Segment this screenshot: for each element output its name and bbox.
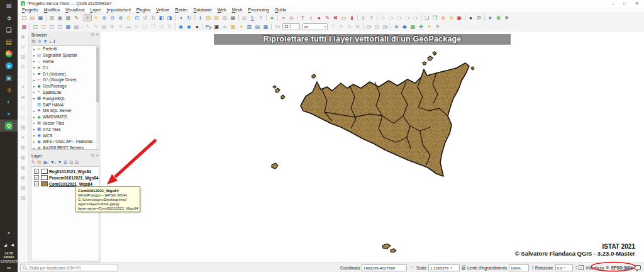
app-blue-button[interactable]: ● (0, 108, 18, 120)
maximize-button[interactable]: □ (623, 1, 626, 6)
text-format-icon[interactable]: T (433, 23, 441, 30)
point-annotation-icon[interactable]: ● (315, 14, 323, 21)
street-view-icon[interactable]: ● (193, 23, 201, 30)
panel-close-icon[interactable]: ✕ (96, 154, 99, 157)
zoom-out-icon[interactable]: ⊖ (108, 14, 116, 21)
menu-item[interactable]: Vettore (156, 8, 170, 12)
temporal-controller-icon[interactable]: ◑ (177, 14, 185, 21)
redo-icon[interactable]: ↻ (165, 23, 174, 30)
zoom-to-selection-icon[interactable]: ⊙ (125, 14, 133, 21)
manage-themes-icon[interactable]: ◉ (43, 160, 48, 165)
copy-features-icon[interactable]: ❏ (141, 23, 149, 30)
zoom-next-blue-icon[interactable]: ◉ (185, 23, 193, 30)
search-button[interactable]: ⌀ (0, 12, 18, 24)
edge-button[interactable]: ◐ (0, 96, 18, 108)
paste-features-icon[interactable]: ❐ (149, 23, 157, 30)
browser-item-xyz-tiles[interactable]: ▸ ▦ XYZ Tiles (31, 126, 99, 132)
undo-icon[interactable]: ↺ (157, 23, 165, 30)
add-selected-layers-icon[interactable]: ▤ (31, 39, 36, 44)
add-hana-layer-icon[interactable]: ▣ (20, 124, 26, 134)
search-orange-button[interactable]: ⌀ (0, 84, 18, 96)
menu-item[interactable]: Processing (248, 8, 269, 12)
layer-diagram-icon[interactable]: ◆ (401, 23, 409, 30)
new-map-view-icon[interactable]: ◧ (157, 14, 165, 21)
tray-expand-icon[interactable]: ∧ (0, 230, 18, 235)
add-feature-icon[interactable]: ✚ (108, 23, 116, 30)
cut-features-icon[interactable]: ✂ (133, 23, 141, 30)
crs-status-button[interactable]: EPSG:3004 (611, 266, 633, 270)
options-wrench-icon[interactable]: ⚙ (475, 14, 483, 21)
add-wcs-layer-icon[interactable]: ◉ (21, 154, 26, 164)
telegram-button[interactable]: ➤ (0, 60, 18, 72)
profile-tool-icon[interactable]: ≈ (279, 14, 287, 21)
task-view-button[interactable]: ❏ (0, 24, 18, 36)
collapse-all-icon[interactable]: ▴ (49, 39, 52, 44)
filter-expression-icon[interactable]: ▼ (58, 160, 62, 164)
paste-labels-icon[interactable]: ▩ (381, 23, 389, 30)
dark-globe-icon[interactable]: ● (467, 14, 475, 21)
move-label-icon[interactable]: ✛ (337, 23, 345, 30)
pin-annotation-icon[interactable]: ▮ (348, 14, 356, 21)
filter-legend-icon[interactable]: ▼ (50, 160, 56, 164)
browser-item-home[interactable]: ▸ ⌂ Home (31, 59, 99, 65)
layout-manager-icon[interactable]: ▩ (64, 14, 72, 21)
zoom-next-icon[interactable]: ↻ (149, 14, 157, 21)
deselect-features-icon[interactable]: ▧ (221, 14, 229, 21)
select-features-icon[interactable]: ▧ (204, 14, 213, 21)
browser-item-c-drive[interactable]: ▸ ▰ C:\ (31, 64, 99, 71)
locator-search[interactable] (20, 264, 118, 271)
add-raster-layer-icon[interactable]: ▦ (20, 54, 26, 64)
menu-item[interactable]: Guida (275, 8, 286, 12)
layer-labeling-icon[interactable]: A (392, 23, 401, 30)
osm-place-search-icon[interactable]: ➤ (486, 14, 494, 21)
menu-item[interactable]: Progetto (22, 8, 38, 12)
add-spatialite-layer-icon[interactable]: ▰ (21, 94, 25, 104)
new-spatialite-icon[interactable]: ▢ (48, 23, 56, 30)
new-geopackage-icon[interactable]: ▢ (31, 23, 40, 30)
georeferencer-icon[interactable]: ◎ (287, 14, 296, 21)
select-freehand-icon[interactable]: □ (387, 14, 395, 21)
panel-float-icon[interactable]: ❐ (91, 154, 94, 157)
add-delimited-text-icon[interactable]: ⋯ (20, 74, 26, 84)
select-radius-icon[interactable]: □ (395, 14, 403, 21)
unit-combobox[interactable]: px ▾ (303, 23, 328, 30)
locator-input[interactable] (28, 265, 116, 271)
add-oracle-layer-icon[interactable]: ◇ (21, 114, 25, 124)
form-annotation-icon[interactable]: t (307, 14, 315, 21)
scale-combobox[interactable]: 1:1585376 (428, 264, 460, 271)
refresh-map-icon[interactable]: ↻ (185, 14, 193, 21)
rotation-spinbox[interactable]: 0,0 ° (555, 264, 573, 271)
browser-item-segnalibri[interactable]: ▸ ▤ Segnalibri Spaziali (31, 52, 99, 59)
identify-features-icon[interactable]: ℹ (196, 14, 204, 21)
panel-float-icon[interactable]: ❐ (91, 33, 94, 37)
browser-item-vector-tiles[interactable]: ▸ ▦ Vector Tiles (31, 120, 99, 127)
zoom-in-icon[interactable]: ⊕ (100, 14, 108, 21)
menu-item[interactable]: Raster (175, 8, 188, 12)
plugin-manager-icon[interactable]: ● (268, 14, 276, 21)
add-mesh-layer-icon[interactable]: ≋ (21, 64, 26, 74)
action-center-icon[interactable]: ▭ (0, 265, 18, 270)
coordinate-input[interactable]: 1962296.4027898 (362, 264, 407, 271)
plugin-gray-icon[interactable]: ❖ (502, 14, 511, 21)
select-by-value-icon[interactable]: ▨ (213, 14, 221, 21)
browser-item-preferiti[interactable]: ▸ ★ Preferiti (31, 46, 99, 52)
layer-visibility-checkbox[interactable]: ✓ (34, 169, 39, 174)
browser-item-mssql[interactable]: ▸ ⚑ MS SQL Server (31, 108, 99, 114)
lock-scale-icon[interactable] (462, 267, 465, 270)
geometry-fix-icon[interactable]: ✚ (417, 23, 425, 30)
save-edits-icon[interactable]: ▦ (100, 23, 108, 30)
new-shapefile-icon[interactable]: ▢ (40, 23, 48, 30)
new-temporary-layer-icon[interactable]: ▢ (56, 23, 64, 30)
highlight-layer-icon[interactable]: ▣ (455, 14, 464, 21)
auth-key-icon[interactable]: ✦ (237, 23, 245, 30)
sql-query-icon[interactable]: ▤ (253, 23, 262, 30)
browser-item-wcs[interactable]: ▸ ◉ WCS (31, 132, 99, 139)
toggle-editing-icon[interactable]: ✎ (92, 23, 100, 30)
svg-annotation-icon[interactable]: ✎ (323, 14, 331, 21)
menu-item[interactable]: Database (194, 8, 212, 12)
select-invert-icon[interactable]: □ (403, 14, 411, 21)
paste-style-icon[interactable]: ❐ (431, 14, 439, 21)
panel-close-icon[interactable]: ✕ (96, 33, 99, 37)
delete-label-icon[interactable]: ✖ (353, 23, 362, 30)
plugin-green-icon[interactable]: ✿ (494, 14, 502, 21)
